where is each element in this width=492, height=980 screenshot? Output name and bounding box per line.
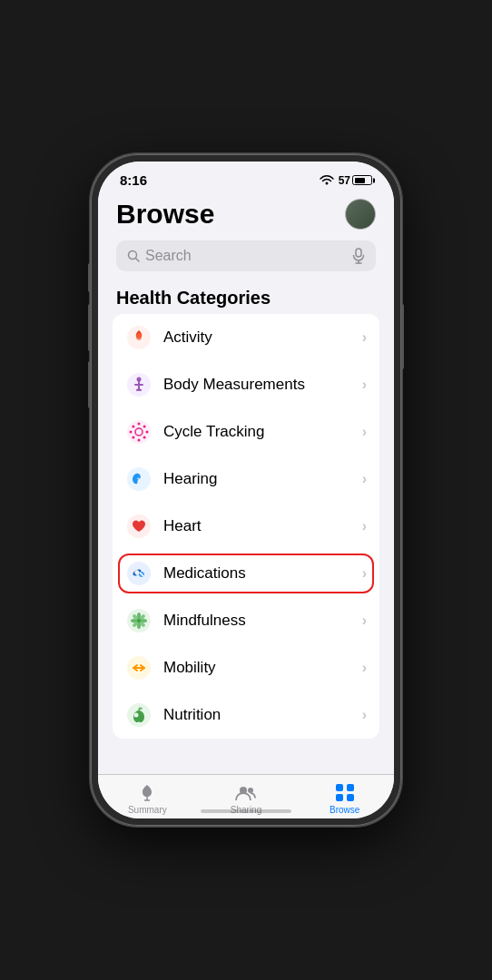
list-item[interactable]: Hearing › [113,456,379,503]
mobility-label: Mobility [163,659,351,677]
sharing-tab-icon [234,782,258,802]
svg-point-17 [146,431,149,434]
wifi-icon [320,175,334,186]
page-header: Browse [98,191,394,235]
summary-tab-icon [136,782,158,802]
status-icons: 57 [320,174,372,187]
svg-rect-49 [347,784,354,791]
status-bar: 8:16 57 [98,162,394,191]
battery-fill [355,178,365,183]
svg-rect-51 [347,794,354,801]
phone-frame: 8:16 57 Browse [91,154,401,826]
medications-icon [125,560,153,587]
search-icon [127,250,140,262]
battery-icon: 57 [339,174,372,187]
svg-point-6 [136,333,142,340]
activity-icon [125,324,153,351]
list-item[interactable]: Nutrition › [113,691,379,739]
heart-label: Heart [163,517,351,535]
chevron-icon: › [362,424,367,440]
list-item[interactable]: Mindfulness › [113,597,379,644]
phone-screen: 8:16 57 Browse [98,162,394,818]
browse-tab-icon [334,782,356,802]
summary-tab-label: Summary [128,805,167,808]
hearing-label: Hearing [163,470,351,488]
mindfulness-icon [125,607,153,634]
volume-down-button[interactable] [88,361,91,408]
svg-rect-50 [336,794,343,801]
heart-icon [125,513,153,540]
chevron-icon: › [362,377,367,393]
nutrition-label: Nutrition [163,706,351,724]
svg-rect-2 [356,249,361,257]
svg-point-21 [132,436,134,439]
svg-rect-48 [336,784,343,791]
list-item[interactable]: Medications › [113,550,379,597]
svg-point-18 [132,425,134,427]
chevron-icon: › [362,329,367,346]
search-container: Search [98,235,394,280]
tab-summary[interactable]: Summary [98,782,197,808]
svg-line-12 [139,389,141,390]
mindfulness-label: Mindfulness [163,612,351,630]
volume-silent-button[interactable] [88,263,91,292]
browse-tab-label: Browse [330,805,359,808]
volume-up-button[interactable] [88,304,91,351]
list-item[interactable]: Cycle Tracking › [113,408,379,456]
svg-point-43 [134,713,139,718]
screen-content: Browse Search [98,191,394,808]
list-item[interactable]: Heart › [113,503,379,550]
svg-point-20 [143,425,146,427]
cycle-tracking-icon [125,418,153,446]
chevron-icon: › [362,518,367,534]
page-title: Browse [116,199,214,230]
power-button[interactable] [401,304,404,369]
categories-list: Activity › [113,314,379,739]
chevron-icon: › [362,660,367,676]
svg-line-1 [136,259,140,262]
chevron-icon: › [362,612,367,629]
search-placeholder: Search [145,248,347,264]
search-bar[interactable]: Search [116,240,376,271]
svg-point-16 [130,431,133,434]
section-title: Health Categories [116,288,376,309]
list-item[interactable]: Body Measurements › [113,361,379,408]
status-time: 8:16 [120,172,147,188]
nutrition-icon [125,701,153,729]
body-measurements-icon [125,371,153,398]
scroll-area: Activity › [98,314,394,808]
svg-point-14 [138,423,141,426]
section-header: Health Categories [98,280,394,314]
sharing-tab-label: Sharing [231,805,261,808]
battery-percent: 57 [339,174,350,187]
list-item[interactable]: Activity › [113,314,379,361]
home-indicator [201,809,291,813]
list-item[interactable]: Mobility › [113,644,379,691]
svg-point-19 [143,436,146,439]
tab-sharing[interactable]: Sharing [197,782,296,808]
svg-point-47 [248,788,253,793]
chevron-icon: › [362,471,367,487]
chevron-icon: › [362,565,367,582]
avatar[interactable] [345,199,376,230]
chevron-icon: › [362,707,367,723]
activity-label: Activity [163,328,351,347]
battery-bar [352,175,372,185]
cycle-tracking-label: Cycle Tracking [163,423,351,441]
svg-point-15 [138,439,141,442]
mobility-icon [125,654,153,681]
body-measurements-label: Body Measurements [163,376,351,394]
tab-bar: Summary Sharing [98,774,394,808]
microphone-icon [352,248,365,264]
medications-label: Medications [163,564,351,583]
tab-browse[interactable]: Browse [295,782,394,808]
hearing-icon [125,466,153,493]
